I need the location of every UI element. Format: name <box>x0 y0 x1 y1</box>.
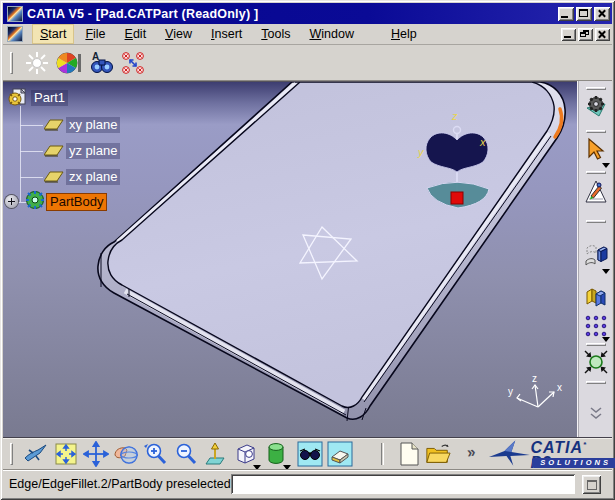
toolbar-grip[interactable] <box>10 443 13 465</box>
toolbar-grip[interactable] <box>10 52 13 74</box>
tree-item-xy-plane[interactable]: xy plane <box>66 117 120 133</box>
viewport-3d[interactable]: z y x z x y <box>3 81 577 437</box>
bottom-toolbar: » CATIA* P2 SOLUTIONS <box>3 437 612 470</box>
triad-y-label: y <box>508 386 513 397</box>
title-bar[interactable]: CATIA V5 - [Pad.CATPart (ReadOnly) ] <box>3 3 612 24</box>
toolbar-separator <box>381 443 384 465</box>
select-cursor-icon[interactable] <box>583 137 609 163</box>
status-bar: Edge/EdgeFillet.2/PartBody preselected <box>3 470 612 497</box>
sketcher-icon[interactable] <box>583 179 609 205</box>
more-toolbars-label[interactable]: » <box>466 442 477 460</box>
close-button[interactable] <box>594 7 610 21</box>
toolbar-grip[interactable] <box>586 171 606 174</box>
menu-help[interactable]: Help <box>384 25 424 43</box>
update-icon[interactable] <box>583 94 609 120</box>
axis-triad: z x y <box>508 373 562 407</box>
dropdown-arrow[interactable] <box>602 337 610 342</box>
menu-edit[interactable]: Edit <box>118 25 154 43</box>
triad-x-label: x <box>557 382 562 393</box>
dropdown-arrow[interactable] <box>602 269 610 274</box>
app-window: CATIA V5 - [Pad.CATPart (ReadOnly) ] Sta… <box>0 0 615 500</box>
menu-bar: Start File Edit View Insert Tools Window… <box>3 24 612 45</box>
constraint-icon[interactable] <box>583 349 609 375</box>
toolbar-grip[interactable] <box>586 220 606 223</box>
catia-logo: CATIA* P2 SOLUTIONS <box>488 438 612 471</box>
toolbar-grip[interactable] <box>586 381 606 384</box>
menu-view[interactable]: View <box>158 25 199 43</box>
plane-icon[interactable] <box>44 118 64 132</box>
menu-file[interactable]: File <box>78 25 112 43</box>
menu-window[interactable]: Window <box>302 25 360 43</box>
specification-tree: Part1 xy plane yz plane zx plane PartBod… <box>3 82 233 322</box>
render-style-icon[interactable] <box>263 441 289 467</box>
rotate-icon[interactable] <box>113 441 139 467</box>
window-title: CATIA V5 - [Pad.CATPart (ReadOnly) ] <box>27 7 556 21</box>
dropdown-arrow[interactable] <box>602 163 610 168</box>
catia-star-icon <box>488 439 531 469</box>
normal-view-icon[interactable] <box>203 441 229 467</box>
snap-points-icon[interactable] <box>120 50 146 76</box>
mdi-close-button[interactable] <box>595 28 610 41</box>
hide-show-icon[interactable] <box>297 441 323 467</box>
catia-app-icon[interactable] <box>7 6 23 22</box>
pattern-grid-icon[interactable] <box>583 313 609 339</box>
compass-z-label: z <box>451 110 458 122</box>
compass-handle[interactable] <box>451 192 463 204</box>
tree-item-zx-plane[interactable]: zx plane <box>66 169 120 185</box>
zoom-in-icon[interactable] <box>143 441 169 467</box>
menu-tools[interactable]: Tools <box>254 25 297 43</box>
toolbar-grip[interactable] <box>586 343 606 346</box>
zoom-out-icon[interactable] <box>173 441 199 467</box>
fit-all-in-icon[interactable] <box>53 441 79 467</box>
plane-icon[interactable] <box>44 170 64 184</box>
pan-icon[interactable] <box>83 441 109 467</box>
menu-items: Start File Edit View Insert Tools Window… <box>33 25 559 43</box>
svg-text:A: A <box>92 51 99 62</box>
minimize-button[interactable] <box>558 7 574 21</box>
pad-icon[interactable] <box>583 241 609 267</box>
tree-item-part1[interactable]: Part1 <box>31 90 68 106</box>
search-icon[interactable]: A <box>88 50 114 76</box>
menu-start[interactable]: Start <box>33 25 73 43</box>
status-message: Edge/EdgeFillet.2/PartBody preselected <box>9 477 231 491</box>
tree-item-yz-plane[interactable]: yz plane <box>66 143 120 159</box>
minimize-icon <box>561 16 568 18</box>
right-toolbar <box>577 81 612 437</box>
light-effect-icon[interactable] <box>24 50 50 76</box>
dialog-toggle-button[interactable] <box>582 475 601 494</box>
bodies-icon[interactable] <box>583 284 609 310</box>
mdi-restore-button[interactable] <box>578 28 593 41</box>
toolbar-grip[interactable] <box>586 130 606 133</box>
color-wheel-icon[interactable] <box>56 50 82 76</box>
toolbar-grip[interactable] <box>586 87 606 90</box>
open-icon[interactable] <box>425 441 451 467</box>
maximize-button[interactable] <box>576 7 592 21</box>
plane-icon[interactable] <box>44 144 64 158</box>
compass-x-label: x <box>479 136 486 148</box>
top-toolbar: A <box>3 45 612 81</box>
new-document-icon[interactable] <box>396 441 421 467</box>
named-views-icon[interactable] <box>233 441 259 467</box>
mdi-window-buttons <box>559 28 610 41</box>
power-input-field[interactable] <box>231 474 575 494</box>
body-gear-icon[interactable] <box>24 190 46 211</box>
mdi-minimize-button[interactable] <box>561 28 576 41</box>
document-icon[interactable] <box>7 26 23 42</box>
menu-insert[interactable]: Insert <box>204 25 249 43</box>
tree-expand-button[interactable] <box>5 195 18 208</box>
triad-z-label: z <box>532 373 537 384</box>
maximize-icon <box>579 9 588 17</box>
swap-visible-space-icon[interactable] <box>327 441 353 467</box>
more-tools-icon[interactable] <box>583 401 609 427</box>
tree-item-partbody[interactable]: PartBody <box>47 194 106 210</box>
fly-mode-icon[interactable] <box>23 441 49 467</box>
catia-solutions-banner: SOLUTIONS <box>532 458 615 468</box>
tree-connector <box>20 106 21 202</box>
part-root-icon[interactable] <box>8 88 28 107</box>
